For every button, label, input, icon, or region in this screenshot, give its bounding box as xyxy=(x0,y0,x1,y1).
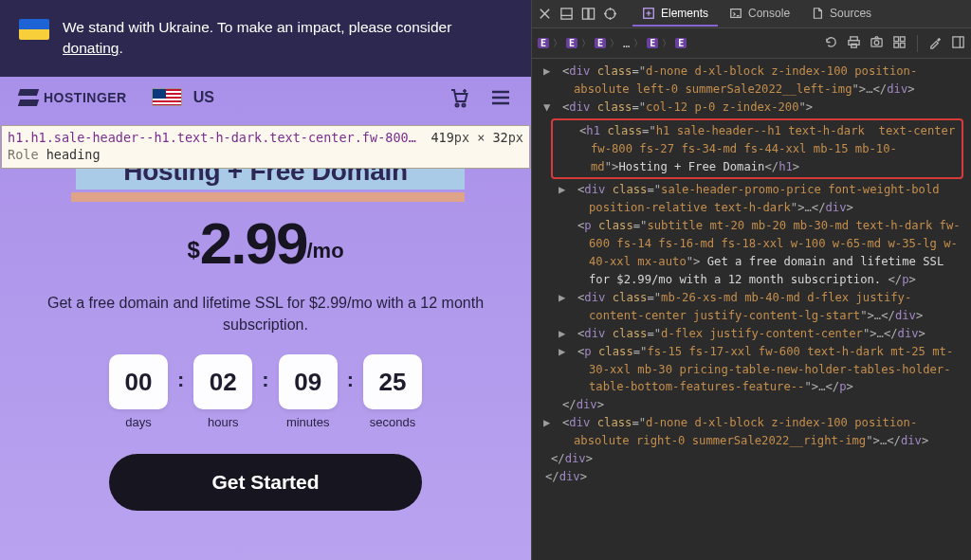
logo-mark-icon xyxy=(19,88,38,107)
countdown-item-hours: 02hours xyxy=(193,354,252,429)
brand-name: HOSTINGER xyxy=(44,90,127,105)
tab-elements[interactable]: Elements xyxy=(632,2,718,27)
dom-node[interactable]: ▶<div class="d-none d-xl-block z-index-1… xyxy=(551,414,963,450)
tooltip-selector: h1.h1.sale-header--h1.text-h-dark.text-c… xyxy=(8,130,416,145)
dom-node-selected[interactable]: <h1 class="h1 sale-header--h1 text-h-dar… xyxy=(551,118,963,180)
inspect-margin-overlay-bottom xyxy=(71,192,464,202)
hero-section: Hosting + Free Domain $2.99/mo Get a fre… xyxy=(0,115,531,511)
countdown-value: 25 xyxy=(363,354,422,409)
us-flag-icon xyxy=(152,88,182,106)
breadcrumb-item[interactable]: … xyxy=(623,37,630,50)
close-icon[interactable] xyxy=(538,7,552,21)
dom-node[interactable]: ▶<div class="mb-26-xs-md mb-40-md d-flex… xyxy=(551,289,963,325)
devtools-window-controls xyxy=(538,7,617,21)
donate-link[interactable]: donating xyxy=(63,40,119,56)
dom-node[interactable]: ▶<div class="d-none d-xl-block z-index-1… xyxy=(551,63,963,99)
countdown-value: 00 xyxy=(109,354,168,409)
countdown-label: seconds xyxy=(363,415,422,429)
dock-side-icon[interactable] xyxy=(581,7,595,21)
banner-text-prefix: We stand with Ukraine. To make an impact… xyxy=(63,19,451,35)
dom-node[interactable]: <p class="subtitle mt-20 mb-20 mb-30-md … xyxy=(551,217,963,289)
dom-breadcrumbs[interactable]: E〉E〉E〉…〉E〉E xyxy=(538,37,824,50)
svg-rect-17 xyxy=(953,36,963,46)
svg-rect-13 xyxy=(894,36,899,41)
svg-rect-3 xyxy=(582,9,588,19)
cart-icon[interactable] xyxy=(448,86,470,109)
refresh-icon[interactable] xyxy=(824,35,838,52)
devtools-toolbar xyxy=(824,35,965,52)
get-started-button[interactable]: Get Started xyxy=(109,454,422,511)
countdown-separator: : xyxy=(262,354,268,392)
dom-node[interactable]: ▶<p class="fs-15 fs-17-xxl fw-600 text-h… xyxy=(551,343,963,397)
devtools-subbar: E〉E〉E〉…〉E〉E xyxy=(532,28,971,59)
locale-label[interactable]: US xyxy=(193,89,214,106)
banner-text-suffix: . xyxy=(119,40,122,56)
price-period: /mo xyxy=(306,239,343,262)
dom-node[interactable]: ▶<div class="d-flex justify-content-cent… xyxy=(551,325,963,343)
tab-sources[interactable]: Sources xyxy=(801,2,881,27)
dock-bottom-icon[interactable] xyxy=(559,7,574,21)
breadcrumb-separator: 〉 xyxy=(662,37,671,50)
breadcrumb-item[interactable]: E xyxy=(675,38,687,48)
countdown-separator: : xyxy=(347,354,354,392)
breadcrumb-item[interactable]: E xyxy=(595,38,606,48)
price-amount: 2.99 xyxy=(200,210,307,276)
countdown-timer: 00days:02hours:09minutes:25seconds xyxy=(23,354,508,429)
breadcrumb-separator: 〉 xyxy=(581,37,591,50)
dom-node[interactable]: </div> xyxy=(551,450,963,468)
panel-toggle-icon[interactable] xyxy=(951,35,965,52)
main-nav: HOSTINGER US xyxy=(0,77,531,115)
svg-rect-15 xyxy=(894,43,899,47)
screenshot-icon[interactable] xyxy=(870,35,884,52)
inspect-mode-icon[interactable] xyxy=(603,7,617,21)
currency-symbol: $ xyxy=(187,237,199,262)
eyedropper-icon[interactable] xyxy=(928,35,943,52)
breadcrumb-item[interactable]: E xyxy=(538,38,549,48)
countdown-item-minutes: 09minutes xyxy=(279,354,338,429)
ukraine-flag-icon xyxy=(19,19,49,40)
website-viewport: We stand with Ukraine. To make an impact… xyxy=(0,0,531,560)
devtools-panel: Elements Console Sources E〉E〉E〉…〉E〉E ▶<d… xyxy=(531,0,971,560)
countdown-label: days xyxy=(109,415,168,429)
svg-rect-10 xyxy=(852,44,857,47)
element-inspect-tooltip: h1.h1.sale-header--h1.text-h-dark.text-c… xyxy=(1,125,530,169)
svg-rect-7 xyxy=(731,9,742,17)
tab-console[interactable]: Console xyxy=(720,2,799,27)
dom-node[interactable]: </div> xyxy=(551,468,963,486)
svg-point-5 xyxy=(605,9,614,18)
svg-point-1 xyxy=(463,103,466,106)
dom-node[interactable]: ▼<div class="col-12 p-0 z-index-200"> xyxy=(551,99,963,117)
tooltip-role-value: heading xyxy=(46,147,101,162)
dom-node[interactable]: ▶<div class="sale-header-promo-price fon… xyxy=(551,181,963,217)
brand-logo[interactable]: HOSTINGER xyxy=(19,88,127,107)
price-display: $2.99/mo xyxy=(23,209,508,277)
dom-node[interactable]: </div> xyxy=(551,396,963,414)
countdown-separator: : xyxy=(177,354,184,392)
countdown-item-days: 00days xyxy=(109,354,168,429)
banner-text: We stand with Ukraine. To make an impact… xyxy=(63,17,512,60)
breadcrumb-separator: 〉 xyxy=(610,37,619,50)
svg-rect-14 xyxy=(900,36,905,41)
countdown-label: minutes xyxy=(279,415,338,429)
breadcrumb-separator: 〉 xyxy=(553,37,562,50)
countdown-item-seconds: 25seconds xyxy=(363,354,422,429)
svg-point-0 xyxy=(456,103,459,106)
grid-icon[interactable] xyxy=(892,35,907,52)
svg-rect-16 xyxy=(900,43,905,47)
svg-point-12 xyxy=(874,40,879,45)
devtools-top-bar: Elements Console Sources xyxy=(532,0,971,28)
dom-tree[interactable]: ▶<div class="d-none d-xl-block z-index-1… xyxy=(532,59,971,560)
svg-rect-4 xyxy=(589,9,595,19)
devtools-tabs: Elements Console Sources xyxy=(632,2,881,27)
breadcrumb-separator: 〉 xyxy=(633,37,643,50)
svg-rect-2 xyxy=(561,9,572,19)
hamburger-icon[interactable] xyxy=(489,86,512,109)
ukraine-banner: We stand with Ukraine. To make an impact… xyxy=(0,0,531,77)
breadcrumb-item[interactable]: E xyxy=(647,38,658,48)
tooltip-dimensions: 419px × 32px xyxy=(431,129,523,146)
print-icon[interactable] xyxy=(847,35,861,52)
breadcrumb-item[interactable]: E xyxy=(566,38,577,48)
tooltip-role-label: Role xyxy=(8,147,39,162)
countdown-value: 02 xyxy=(193,354,252,409)
toolbar-separator xyxy=(917,35,918,52)
